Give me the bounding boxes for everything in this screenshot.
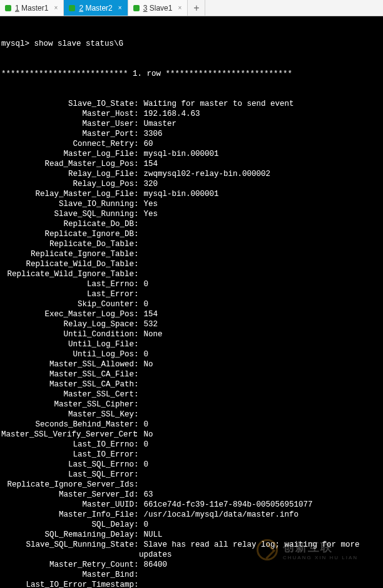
- status-row: Last_IO_Errno: 0: [1, 440, 382, 450]
- colon: :: [134, 440, 139, 450]
- status-value: [139, 269, 382, 279]
- colon: :: [134, 309, 139, 319]
- status-key: SQL_Remaining_Delay: [1, 530, 134, 540]
- status-row: Relay_Master_Log_File: mysql-bin.000001: [1, 189, 382, 199]
- status-row: Relay_Log_Pos: 320: [1, 179, 382, 189]
- status-key: Master_Host: [1, 109, 134, 119]
- status-row: Replicate_Ignore_DB:: [1, 229, 382, 239]
- status-value: Yes: [139, 199, 382, 209]
- status-row: Replicate_Ignore_Table:: [1, 249, 382, 259]
- status-key: Read_Master_Log_Pos: [1, 159, 134, 169]
- status-key: Master_Port: [1, 129, 134, 139]
- status-row: Until_Condition: None: [1, 329, 382, 339]
- status-value: [139, 259, 382, 269]
- colon: :: [134, 209, 139, 219]
- status-key: Last_IO_Errno: [1, 440, 134, 450]
- status-value: [139, 219, 382, 229]
- connection-icon: [133, 5, 140, 11]
- status-row: SQL_Delay: 0: [1, 520, 382, 530]
- status-key: Relay_Master_Log_File: [1, 189, 134, 199]
- status-value: 192.168.4.63: [139, 109, 382, 119]
- status-value: 0: [139, 440, 382, 450]
- status-value: [139, 369, 382, 379]
- status-value: [139, 580, 382, 588]
- status-value: mysql-bin.000001: [139, 189, 382, 199]
- status-key: Last_SQL_Errno: [1, 460, 134, 470]
- tab-master2[interactable]: 2 Master2×: [64, 0, 128, 16]
- status-row: Replicate_Wild_Do_Table:: [1, 259, 382, 269]
- close-icon[interactable]: ×: [53, 6, 58, 11]
- status-row: Replicate_Do_Table:: [1, 239, 382, 249]
- tab-label: 1 Master1: [15, 4, 48, 13]
- status-key: Relay_Log_File: [1, 169, 134, 179]
- colon: :: [134, 249, 139, 259]
- status-key: Relay_Log_Space: [1, 319, 134, 329]
- status-value: [139, 289, 382, 299]
- status-key: Last_SQL_Error: [1, 470, 134, 480]
- status-value: 63: [139, 490, 382, 500]
- connection-icon: [69, 5, 75, 11]
- tab-slave1[interactable]: 3 Slave1×: [128, 0, 188, 16]
- close-icon[interactable]: ×: [177, 6, 182, 11]
- colon: :: [134, 450, 139, 460]
- status-key: Slave_IO_State: [1, 99, 134, 109]
- colon: :: [134, 159, 139, 169]
- status-key: SQL_Delay: [1, 520, 134, 530]
- status-key: Until_Log_File: [1, 339, 134, 349]
- status-row: Replicate_Wild_Ignore_Table:: [1, 269, 382, 279]
- colon: :: [134, 570, 139, 580]
- colon: :: [134, 219, 139, 229]
- colon: :: [134, 319, 139, 329]
- status-value: [139, 389, 382, 400]
- status-value: [139, 410, 382, 420]
- status-value: 0: [139, 349, 382, 359]
- colon: :: [134, 400, 139, 410]
- close-icon[interactable]: ×: [118, 6, 123, 11]
- status-value: Slave has read all relay log; waiting fo…: [139, 540, 382, 560]
- colon: :: [134, 379, 139, 389]
- colon: :: [134, 119, 139, 129]
- colon: :: [134, 239, 139, 249]
- status-row: SQL_Remaining_Delay: NULL: [1, 530, 382, 540]
- colon: :: [134, 359, 139, 369]
- colon: :: [134, 139, 139, 149]
- status-key: Replicate_Ignore_DB: [1, 229, 134, 239]
- status-row: Last_SQL_Error:: [1, 470, 382, 480]
- colon: :: [134, 430, 139, 440]
- status-key: Master_UUID: [1, 500, 134, 510]
- status-value: [139, 570, 382, 580]
- status-row: Last_Errno: 0: [1, 279, 382, 289]
- status-key: Until_Condition: [1, 329, 134, 339]
- status-key: Relay_Log_Pos: [1, 179, 134, 189]
- status-row: Skip_Counter: 0: [1, 299, 382, 309]
- status-key: Master_SSL_Cert: [1, 389, 134, 400]
- status-value: [139, 379, 382, 389]
- status-key: Replicate_Ignore_Table: [1, 249, 134, 259]
- status-row: Seconds_Behind_Master: 0: [1, 420, 382, 430]
- tab-master1[interactable]: 1 Master1×: [0, 0, 64, 16]
- status-row: Master_SSL_Verify_Server_Cert: No: [1, 430, 382, 440]
- status-key: Last_IO_Error_Timestamp: [1, 580, 134, 588]
- status-key: Master_SSL_Cipher: [1, 400, 134, 410]
- status-row: Last_Error:: [1, 289, 382, 299]
- prompt-line: mysql> show slave status\G: [1, 39, 382, 49]
- status-rows: Slave_IO_State: Waiting for master to se…: [1, 99, 382, 588]
- status-key: Master_SSL_Key: [1, 410, 134, 420]
- status-key: Replicate_Wild_Ignore_Table: [1, 269, 134, 279]
- tab-label: 2 Master2: [79, 4, 112, 13]
- status-value: NULL: [139, 530, 382, 540]
- colon: :: [134, 199, 139, 209]
- status-row: Last_IO_Error_Timestamp:: [1, 580, 382, 588]
- status-key: Skip_Counter: [1, 299, 134, 309]
- status-key: Master_SSL_CA_Path: [1, 379, 134, 389]
- add-tab-button[interactable]: +: [188, 0, 205, 16]
- colon: :: [134, 109, 139, 119]
- terminal-output[interactable]: mysql> show slave status\G *************…: [0, 16, 383, 588]
- colon: :: [134, 299, 139, 309]
- status-key: Master_Info_File: [1, 510, 134, 520]
- status-row: Master_SSL_Allowed: No: [1, 359, 382, 369]
- colon: :: [134, 279, 139, 289]
- status-value: 0: [139, 460, 382, 470]
- colon: :: [134, 169, 139, 179]
- status-key: Master_Server_Id: [1, 490, 134, 500]
